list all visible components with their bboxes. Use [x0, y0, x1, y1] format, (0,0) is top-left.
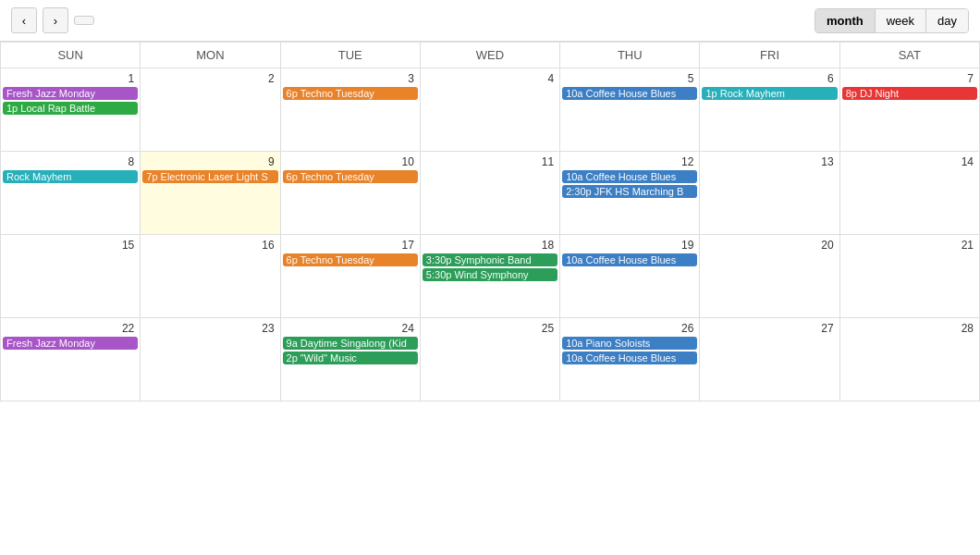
- day-view-button[interactable]: day: [926, 9, 968, 32]
- day-number: 23: [142, 320, 277, 337]
- calendar-day[interactable]: 14: [839, 152, 979, 235]
- week-view-button[interactable]: week: [876, 9, 926, 32]
- calendar-table: SUNMONTUEWEDTHUFRISAT 1Fresh Jazz Monday…: [0, 42, 980, 401]
- day-number: 16: [142, 237, 277, 253]
- weekday-header: WED: [420, 43, 559, 68]
- calendar-day[interactable]: 510a Coffee House Blues: [560, 68, 700, 152]
- calendar-day[interactable]: 23: [141, 318, 280, 401]
- calendar-event[interactable]: Fresh Jazz Monday: [3, 87, 138, 100]
- weekday-header: SUN: [1, 43, 141, 68]
- calendar-header: ‹ › month week day: [0, 0, 980, 42]
- day-number: 2: [142, 70, 277, 87]
- calendar-day[interactable]: 4: [420, 68, 559, 152]
- calendar-day[interactable]: 1910a Coffee House Blues: [560, 235, 700, 318]
- day-number: 20: [702, 237, 837, 253]
- weekday-header: MON: [141, 43, 280, 68]
- day-number: 6: [702, 70, 837, 87]
- calendar-day[interactable]: 78p DJ Night: [839, 68, 979, 152]
- calendar-event[interactable]: Rock Mayhem: [3, 170, 138, 183]
- calendar-event[interactable]: 3:30p Symphonic Band: [423, 253, 557, 266]
- calendar-day[interactable]: 183:30p Symphonic Band5:30p Wind Symphon…: [420, 235, 559, 318]
- calendar-event[interactable]: 6p Techno Tuesday: [283, 170, 418, 183]
- calendar-event[interactable]: 7p Electronic Laser Light S: [142, 170, 277, 183]
- calendar-event[interactable]: 1p Rock Mayhem: [702, 87, 837, 100]
- day-number: 7: [842, 70, 977, 87]
- calendar-day[interactable]: 11: [420, 152, 559, 235]
- calendar-event[interactable]: 5:30p Wind Symphony: [423, 268, 557, 281]
- calendar-day[interactable]: 1210a Coffee House Blues2:30p JFK HS Mar…: [560, 152, 700, 235]
- weekday-header: FRI: [700, 43, 839, 68]
- calendar-event[interactable]: 10a Coffee House Blues: [562, 253, 697, 266]
- day-number: 3: [283, 70, 418, 87]
- next-button[interactable]: ›: [43, 7, 68, 33]
- day-number: 17: [283, 237, 418, 253]
- day-number: 9: [142, 154, 277, 170]
- calendar-day[interactable]: 13: [700, 152, 839, 235]
- calendar-event[interactable]: 10a Coffee House Blues: [562, 170, 697, 183]
- month-view-button[interactable]: month: [815, 9, 876, 32]
- calendar-day[interactable]: 106p Techno Tuesday: [280, 152, 420, 235]
- day-number: 14: [842, 154, 977, 170]
- calendar-event[interactable]: 8p DJ Night: [842, 87, 977, 100]
- calendar-day[interactable]: 97p Electronic Laser Light S: [141, 152, 280, 235]
- calendar-event[interactable]: 1p Local Rap Battle: [3, 102, 138, 115]
- calendar-day[interactable]: 27: [700, 318, 839, 401]
- calendar-day[interactable]: 176p Techno Tuesday: [280, 235, 420, 318]
- weekday-header: SAT: [839, 43, 979, 68]
- calendar-day[interactable]: 36p Techno Tuesday: [280, 68, 420, 152]
- day-number: 19: [562, 237, 697, 253]
- day-number: 21: [842, 237, 977, 253]
- calendar-event[interactable]: 9a Daytime Singalong (Kid: [283, 337, 418, 350]
- day-number: 24: [283, 320, 418, 337]
- calendar-day[interactable]: 2610a Piano Soloists10a Coffee House Blu…: [560, 318, 700, 401]
- day-number: 13: [702, 154, 837, 170]
- calendar-day[interactable]: 61p Rock Mayhem: [700, 68, 839, 152]
- calendar-event[interactable]: 10a Coffee House Blues: [562, 87, 697, 100]
- calendar-event[interactable]: 2:30p JFK HS Marching B: [562, 185, 697, 198]
- calendar-event[interactable]: 10a Piano Soloists: [562, 337, 697, 350]
- day-number: 26: [562, 320, 697, 337]
- day-number: 18: [423, 237, 557, 253]
- calendar-day[interactable]: 1Fresh Jazz Monday1p Local Rap Battle: [1, 68, 141, 152]
- calendar-event[interactable]: 10a Coffee House Blues: [562, 352, 697, 364]
- calendar-day[interactable]: 15: [1, 235, 141, 318]
- calendar-event[interactable]: 2p "Wild" Music: [283, 352, 418, 364]
- calendar-day[interactable]: 21: [839, 235, 979, 318]
- calendar-day[interactable]: 28: [839, 318, 979, 401]
- day-number: 4: [423, 70, 557, 87]
- day-number: 22: [3, 320, 138, 337]
- weekday-header: TUE: [280, 43, 420, 68]
- day-number: 11: [423, 154, 557, 170]
- day-number: 15: [3, 237, 138, 253]
- calendar-day[interactable]: 16: [141, 235, 280, 318]
- day-number: 27: [702, 320, 837, 337]
- today-button[interactable]: [74, 16, 94, 25]
- prev-button[interactable]: ‹: [11, 7, 37, 33]
- calendar-day[interactable]: 22Fresh Jazz Monday: [1, 318, 141, 401]
- view-toggle: month week day: [815, 8, 969, 33]
- calendar-day[interactable]: 20: [700, 235, 839, 318]
- calendar-day[interactable]: 2: [141, 68, 280, 152]
- day-number: 12: [562, 154, 697, 170]
- calendar-event[interactable]: 6p Techno Tuesday: [283, 87, 418, 100]
- weekday-header: THU: [560, 43, 700, 68]
- nav-controls: ‹ ›: [11, 7, 94, 33]
- day-number: 8: [3, 154, 138, 170]
- calendar-day[interactable]: 249a Daytime Singalong (Kid2p "Wild" Mus…: [280, 318, 420, 401]
- day-number: 5: [562, 70, 697, 87]
- calendar-day[interactable]: 8Rock Mayhem: [1, 152, 141, 235]
- calendar-event[interactable]: 6p Techno Tuesday: [283, 253, 418, 266]
- day-number: 10: [283, 154, 418, 170]
- day-number: 25: [423, 320, 557, 337]
- day-number: 1: [3, 70, 138, 87]
- day-number: 28: [842, 320, 977, 337]
- calendar-event[interactable]: Fresh Jazz Monday: [3, 337, 138, 350]
- calendar-day[interactable]: 25: [420, 318, 559, 401]
